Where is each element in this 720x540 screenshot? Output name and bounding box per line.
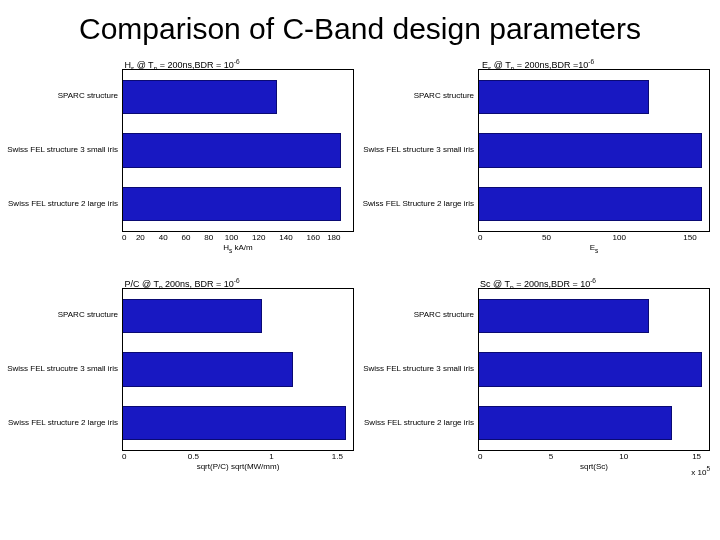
x-label: Es: [478, 243, 710, 254]
category-label: Swiss FEL structure 2 large iris: [8, 419, 118, 428]
category-label: Swiss FEL Structure 2 large iris: [363, 200, 474, 209]
x-label: sqrt(P/C) sqrt(MW/mm): [122, 462, 354, 471]
x-label: Hs kA/m: [122, 243, 354, 254]
bar: [123, 406, 346, 440]
y-labels: SPARC structure Swiss FEL structure 3 sm…: [10, 69, 122, 232]
category-label: Swiss FEL structure 3 small iris: [363, 365, 474, 374]
x-axis: 0 20 40 60 80 100 120 140 160 180 Hs kA/…: [122, 232, 354, 258]
x-axis: 0 0.5 1 1.5 sqrt(P/C) sqrt(MW/mm): [122, 451, 354, 477]
plot-area: [478, 288, 710, 451]
bar: [479, 299, 649, 333]
x-exponent: x 105: [691, 465, 710, 477]
category-label: Swiss FEL structure 2 large iris: [364, 419, 474, 428]
y-labels: SPARC structure Swiss FEL structure 3 sm…: [366, 69, 478, 232]
chart-hs: Hs @ Tp = 200ns,BDR = 10-6 SPARC structu…: [10, 55, 354, 258]
chart-pc: P/C @ Tp 200ns, BDR = 10-6 SPARC structu…: [10, 274, 354, 477]
category-label: Swiss FEL structure 3 small iris: [363, 146, 474, 155]
chart-es: Es @ Tp = 200ns,BDR =10-6 SPARC structur…: [366, 55, 710, 258]
chart-title: P/C @ Tp 200ns, BDR = 10-6: [10, 274, 354, 288]
bar: [123, 187, 341, 221]
bar: [479, 133, 702, 167]
category-label: Swiss FEL strucutre 3 small iris: [7, 365, 118, 374]
x-axis: 0 5 10 15 sqrt(Sc) x 105: [478, 451, 710, 477]
plot-area: [478, 69, 710, 232]
category-label: SPARC structure: [58, 311, 118, 320]
category-label: SPARC structure: [58, 92, 118, 101]
x-label: sqrt(Sc): [478, 462, 710, 471]
page-title: Comparison of C-Band design parameters: [60, 12, 660, 45]
chart-grid: Hs @ Tp = 200ns,BDR = 10-6 SPARC structu…: [0, 55, 720, 485]
bar: [479, 406, 672, 440]
chart-sc: Sc @ Tp = 200ns,BDR = 10-6 SPARC structu…: [366, 274, 710, 477]
y-labels: SPARC structure Swiss FEL strucutre 3 sm…: [10, 288, 122, 451]
chart-title: Sc @ Tp = 200ns,BDR = 10-6: [366, 274, 710, 288]
bar: [123, 80, 277, 114]
slide: Comparison of C-Band design parameters H…: [0, 0, 720, 540]
category-label: Swiss FEL structure 2 large iris: [8, 200, 118, 209]
category-label: SPARC structure: [414, 92, 474, 101]
x-axis: 0 50 100 150 Es: [478, 232, 710, 258]
category-label: Swiss FEL structure 3 small iris: [7, 146, 118, 155]
y-labels: SPARC structure Swiss FEL structure 3 sm…: [366, 288, 478, 451]
category-label: SPARC structure: [414, 311, 474, 320]
plot-area: [122, 69, 354, 232]
bar: [479, 187, 702, 221]
bar: [479, 352, 702, 386]
bar: [123, 133, 341, 167]
plot-area: [122, 288, 354, 451]
chart-title: Es @ Tp = 200ns,BDR =10-6: [366, 55, 710, 69]
bar: [123, 299, 262, 333]
bar: [479, 80, 649, 114]
bar: [123, 352, 293, 386]
chart-title: Hs @ Tp = 200ns,BDR = 10-6: [10, 55, 354, 69]
